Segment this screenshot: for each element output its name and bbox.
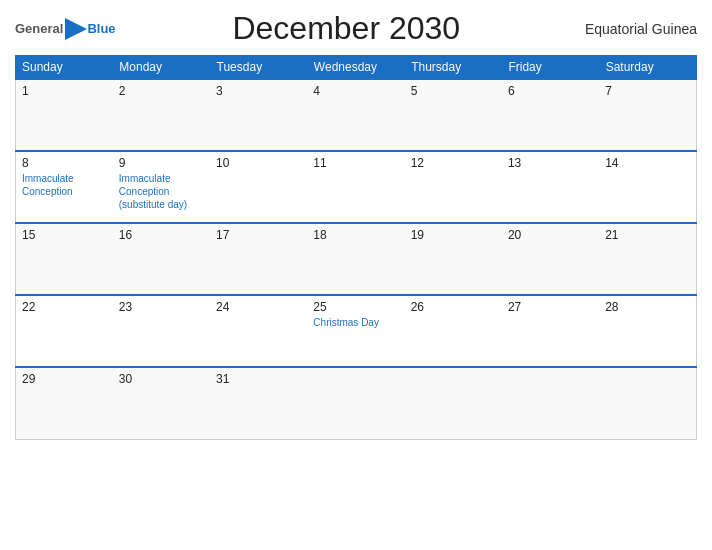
calendar-cell: 8Immaculate Conception bbox=[16, 151, 113, 223]
header-monday: Monday bbox=[113, 56, 210, 80]
holiday-label: Christmas Day bbox=[313, 316, 398, 329]
calendar-cell bbox=[502, 367, 599, 439]
day-number: 6 bbox=[508, 84, 593, 98]
header: General Blue December 2030 Equatorial Gu… bbox=[15, 10, 697, 47]
day-number: 28 bbox=[605, 300, 690, 314]
calendar-cell: 10 bbox=[210, 151, 307, 223]
calendar-cell: 9Immaculate Conception (substitute day) bbox=[113, 151, 210, 223]
calendar-week-row: 8Immaculate Conception9Immaculate Concep… bbox=[16, 151, 697, 223]
calendar-week-row: 15161718192021 bbox=[16, 223, 697, 295]
calendar-cell: 25Christmas Day bbox=[307, 295, 404, 367]
calendar-cell: 11 bbox=[307, 151, 404, 223]
calendar-cell: 5 bbox=[405, 79, 502, 151]
calendar-page: General Blue December 2030 Equatorial Gu… bbox=[0, 0, 712, 550]
calendar-cell: 4 bbox=[307, 79, 404, 151]
day-number: 18 bbox=[313, 228, 398, 242]
header-friday: Friday bbox=[502, 56, 599, 80]
calendar-cell: 16 bbox=[113, 223, 210, 295]
day-number: 7 bbox=[605, 84, 690, 98]
logo-general-text: General bbox=[15, 21, 63, 36]
calendar-cell: 26 bbox=[405, 295, 502, 367]
calendar-cell: 7 bbox=[599, 79, 696, 151]
day-number: 25 bbox=[313, 300, 398, 314]
calendar-cell: 23 bbox=[113, 295, 210, 367]
svg-rect-2 bbox=[76, 26, 82, 32]
day-number: 2 bbox=[119, 84, 204, 98]
day-number: 5 bbox=[411, 84, 496, 98]
day-number: 1 bbox=[22, 84, 107, 98]
day-number: 31 bbox=[216, 372, 301, 386]
calendar-cell: 28 bbox=[599, 295, 696, 367]
calendar-cell: 27 bbox=[502, 295, 599, 367]
day-number: 9 bbox=[119, 156, 204, 170]
calendar-cell: 22 bbox=[16, 295, 113, 367]
calendar-cell: 14 bbox=[599, 151, 696, 223]
holiday-label: Immaculate Conception bbox=[22, 172, 107, 198]
day-number: 12 bbox=[411, 156, 496, 170]
day-number: 11 bbox=[313, 156, 398, 170]
day-number: 22 bbox=[22, 300, 107, 314]
logo-flag-icon bbox=[65, 18, 87, 40]
header-sunday: Sunday bbox=[16, 56, 113, 80]
calendar-cell: 29 bbox=[16, 367, 113, 439]
calendar-week-row: 1234567 bbox=[16, 79, 697, 151]
calendar-cell: 1 bbox=[16, 79, 113, 151]
weekday-header-row: Sunday Monday Tuesday Wednesday Thursday… bbox=[16, 56, 697, 80]
header-tuesday: Tuesday bbox=[210, 56, 307, 80]
calendar-cell: 18 bbox=[307, 223, 404, 295]
calendar-cell: 17 bbox=[210, 223, 307, 295]
header-saturday: Saturday bbox=[599, 56, 696, 80]
calendar-table: Sunday Monday Tuesday Wednesday Thursday… bbox=[15, 55, 697, 440]
calendar-cell: 3 bbox=[210, 79, 307, 151]
header-wednesday: Wednesday bbox=[307, 56, 404, 80]
day-number: 15 bbox=[22, 228, 107, 242]
calendar-week-row: 293031 bbox=[16, 367, 697, 439]
day-number: 23 bbox=[119, 300, 204, 314]
day-number: 21 bbox=[605, 228, 690, 242]
day-number: 30 bbox=[119, 372, 204, 386]
day-number: 20 bbox=[508, 228, 593, 242]
calendar-cell bbox=[405, 367, 502, 439]
day-number: 26 bbox=[411, 300, 496, 314]
day-number: 14 bbox=[605, 156, 690, 170]
day-number: 4 bbox=[313, 84, 398, 98]
calendar-cell: 6 bbox=[502, 79, 599, 151]
holiday-label: Immaculate Conception (substitute day) bbox=[119, 172, 204, 211]
calendar-cell: 21 bbox=[599, 223, 696, 295]
day-number: 29 bbox=[22, 372, 107, 386]
logo-blue-text: Blue bbox=[87, 21, 115, 36]
day-number: 3 bbox=[216, 84, 301, 98]
logo: General Blue bbox=[15, 18, 116, 40]
calendar-cell: 24 bbox=[210, 295, 307, 367]
country-name: Equatorial Guinea bbox=[577, 21, 697, 37]
calendar-cell: 19 bbox=[405, 223, 502, 295]
calendar-week-row: 22232425Christmas Day262728 bbox=[16, 295, 697, 367]
calendar-cell: 12 bbox=[405, 151, 502, 223]
calendar-cell: 31 bbox=[210, 367, 307, 439]
calendar-cell bbox=[599, 367, 696, 439]
day-number: 24 bbox=[216, 300, 301, 314]
day-number: 8 bbox=[22, 156, 107, 170]
calendar-cell bbox=[307, 367, 404, 439]
day-number: 10 bbox=[216, 156, 301, 170]
calendar-title: December 2030 bbox=[116, 10, 577, 47]
day-number: 17 bbox=[216, 228, 301, 242]
calendar-cell: 20 bbox=[502, 223, 599, 295]
day-number: 13 bbox=[508, 156, 593, 170]
calendar-cell: 15 bbox=[16, 223, 113, 295]
header-thursday: Thursday bbox=[405, 56, 502, 80]
day-number: 19 bbox=[411, 228, 496, 242]
day-number: 16 bbox=[119, 228, 204, 242]
day-number: 27 bbox=[508, 300, 593, 314]
calendar-cell: 30 bbox=[113, 367, 210, 439]
calendar-cell: 13 bbox=[502, 151, 599, 223]
calendar-cell: 2 bbox=[113, 79, 210, 151]
